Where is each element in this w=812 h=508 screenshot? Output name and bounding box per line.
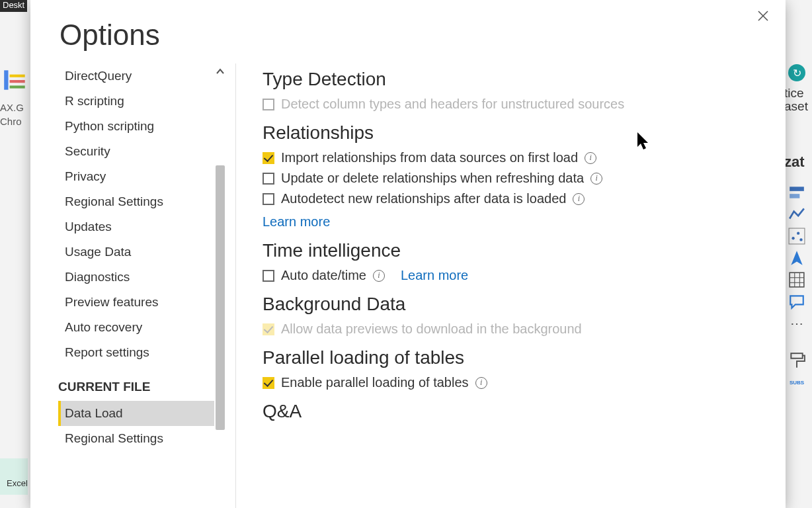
heading-parallel-loading: Parallel loading of tables (263, 347, 772, 368)
row-parallel-loading: Enable parallel loading of tables i (263, 375, 772, 390)
svg-point-9 (799, 238, 802, 241)
options-dialog: Options DirectQuery R scripting Python s… (30, 0, 786, 508)
viz-comment-icon (788, 293, 805, 310)
svg-rect-11 (790, 273, 804, 287)
sidebar-item-usage-data[interactable]: Usage Data (58, 239, 214, 265)
sidebar-item-preview-features[interactable]: Preview features (58, 290, 214, 315)
svg-rect-16 (791, 353, 802, 359)
label-update-relationships: Update or delete relationships when refr… (281, 171, 584, 186)
sidebar-item-directquery[interactable]: DirectQuery (58, 64, 214, 89)
svg-rect-0 (4, 70, 8, 89)
checkbox-background-preview (263, 323, 274, 335)
heading-type-detection: Type Detection (263, 69, 772, 90)
bg-excel-label: Excel (0, 458, 28, 495)
checkbox-update-relationships[interactable] (263, 173, 274, 185)
row-update-relationships: Update or delete relationships when refr… (263, 171, 772, 186)
sidebar-item-regional-settings[interactable]: Regional Settings (58, 189, 214, 214)
viz-more-icon: ⋯ (788, 315, 805, 332)
scroll-thumb[interactable] (216, 165, 225, 430)
link-relationships-learn-more[interactable]: Learn more (263, 214, 330, 229)
bg-text-r2: aset (784, 99, 812, 114)
close-button[interactable] (754, 7, 772, 25)
heading-relationships: Relationships (263, 122, 772, 144)
svg-point-8 (797, 232, 799, 235)
options-content: Type Detection Detect column types and h… (243, 64, 786, 508)
svg-rect-6 (789, 228, 805, 244)
label-detect-column-types: Detect column types and headers for unst… (281, 97, 624, 112)
scroll-up-button[interactable] (214, 64, 226, 79)
row-background-preview: Allow data previews to download in the b… (263, 321, 772, 337)
sidebar-scrollbar[interactable] (214, 64, 226, 508)
checkbox-detect-column-types (263, 99, 274, 110)
chevron-up-icon (216, 67, 225, 76)
sidebar-section-current-file: CURRENT FILE (58, 365, 214, 401)
checkbox-import-relationships[interactable] (263, 152, 274, 164)
sidebar-item-data-load[interactable]: Data Load (58, 401, 214, 426)
options-sidebar: DirectQuery R scripting Python scripting… (58, 64, 214, 508)
viz-line-icon (788, 206, 805, 223)
viz-scatter-icon (788, 228, 805, 245)
bg-text-2: Chro (0, 114, 33, 128)
info-icon[interactable]: i (475, 377, 487, 389)
bg-text-r1: tice (784, 86, 812, 101)
svg-marker-10 (791, 251, 802, 265)
svg-rect-1 (10, 75, 25, 77)
heading-background-data: Background Data (263, 294, 772, 315)
sidebar-item-report-settings[interactable]: Report settings (58, 340, 214, 365)
label-background-preview: Allow data previews to download in the b… (281, 321, 582, 337)
viz-stacked-bar-icon (788, 184, 805, 201)
svg-rect-2 (10, 80, 25, 83)
link-time-intel-learn-more[interactable]: Learn more (401, 268, 468, 283)
scroll-track[interactable] (214, 79, 226, 508)
label-import-relationships: Import relationships from data sources o… (281, 150, 578, 165)
refresh-icon: ↻ (788, 64, 805, 81)
info-icon[interactable]: i (373, 270, 385, 282)
row-import-relationships: Import relationships from data sources o… (263, 150, 772, 165)
app-title-bar: Deskt (0, 0, 27, 12)
label-parallel-loading: Enable parallel loading of tables (281, 375, 469, 390)
info-icon[interactable]: i (590, 173, 602, 185)
sidebar-item-privacy[interactable]: Privacy (58, 164, 214, 189)
viz-arrow-icon (788, 249, 805, 267)
ribbon-icon (1, 66, 29, 94)
checkbox-parallel-loading[interactable] (263, 377, 274, 389)
label-auto-datetime: Auto date/time (281, 268, 366, 283)
sidebar-item-r-scripting[interactable]: R scripting (58, 89, 214, 114)
svg-rect-3 (10, 85, 25, 88)
sidebar-item-security[interactable]: Security (58, 139, 214, 164)
viz-subs-icon: SUBS (788, 374, 805, 391)
bg-right-panel: ↻ tice aset zat ⋯ SUBS (784, 60, 812, 396)
heading-time-intelligence: Time intelligence (263, 240, 772, 261)
sidebar-item-updates[interactable]: Updates (58, 214, 214, 239)
svg-point-7 (792, 237, 794, 239)
viz-table-icon (788, 271, 805, 288)
sidebar-item-auto-recovery[interactable]: Auto recovery (58, 315, 214, 340)
checkbox-autodetect-relationships[interactable] (263, 193, 274, 205)
info-icon[interactable]: i (573, 193, 585, 205)
sidebar-item-python-scripting[interactable]: Python scripting (58, 114, 214, 139)
bg-text-1: AX.G (0, 101, 33, 114)
svg-rect-5 (790, 194, 799, 198)
row-detect-column-types: Detect column types and headers for unst… (263, 97, 772, 112)
row-autodetect-relationships: Autodetect new relationships after data … (263, 191, 772, 206)
sidebar-item-cf-regional-settings[interactable]: Regional Settings (58, 426, 214, 451)
bg-left-panel: AX.G Chro (0, 60, 33, 128)
svg-rect-4 (790, 187, 804, 191)
row-auto-datetime: Auto date/time i Learn more (263, 268, 772, 283)
viz-roller-icon (788, 352, 805, 369)
info-icon[interactable]: i (585, 152, 596, 164)
heading-qa: Q&A (263, 401, 772, 422)
checkbox-auto-datetime[interactable] (263, 270, 274, 282)
label-autodetect-relationships: Autodetect new relationships after data … (281, 191, 566, 206)
dialog-title: Options (30, 0, 786, 64)
vertical-separator (235, 64, 236, 508)
bg-text-r3: zat (784, 153, 812, 171)
close-icon (756, 9, 770, 22)
sidebar-item-diagnostics[interactable]: Diagnostics (58, 265, 214, 290)
